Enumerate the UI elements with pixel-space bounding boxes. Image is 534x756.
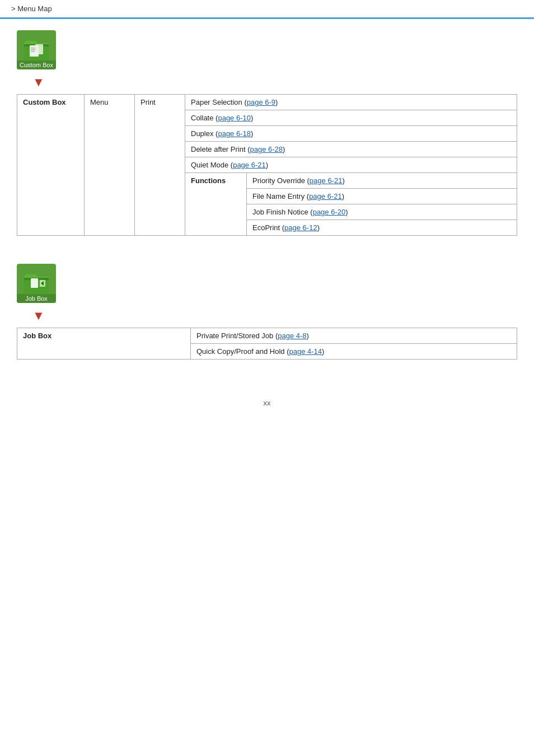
- private-print-row: Private Print/Stored Job (page 4-8): [191, 328, 517, 344]
- priority-override-row: Priority Override (page 6-21): [247, 173, 517, 189]
- duplex-row: Duplex (page 6-18): [185, 126, 517, 142]
- job-table-row-1: Job Box Private Print/Stored Job (page 4…: [17, 328, 517, 344]
- job-finish-notice-row: Job Finish Notice (page 6-20): [247, 204, 517, 220]
- custom-box-main-table: Custom Box Menu Print Paper Selection (p…: [17, 94, 517, 236]
- collate-row: Collate (page 6-10): [185, 110, 517, 126]
- delete-after-print-row: Delete after Print (page 6-28): [185, 142, 517, 157]
- priority-override-link[interactable]: page 6-21: [310, 176, 343, 185]
- functions-label-cell: Functions: [185, 173, 247, 236]
- job-box-arrow: ▼: [32, 309, 517, 323]
- menu-cell: Menu: [85, 95, 135, 236]
- table-row-1: Custom Box Menu Print Paper Selection (p…: [17, 95, 517, 110]
- custom-box-label: Custom Box: [17, 60, 56, 69]
- quick-copy-row: Quick Copy/Proof and Hold (page 4-14): [191, 344, 517, 360]
- job-box-name-cell: Job Box: [17, 328, 191, 360]
- job-box-icon: Job Box: [17, 264, 56, 303]
- paper-selection-row: Paper Selection (page 6-9): [185, 95, 517, 110]
- ecoprint-row: EcoPrint (page 6-12): [247, 220, 517, 236]
- file-name-entry-link[interactable]: page 6-21: [309, 192, 342, 200]
- svg-rect-9: [31, 278, 38, 288]
- delete-after-print-link[interactable]: page 6-28: [250, 145, 283, 153]
- custom-box-arrow: ▼: [32, 75, 517, 90]
- custom-box-name-cell: Custom Box: [17, 95, 85, 236]
- job-box-icon-container: Job Box: [17, 264, 56, 303]
- file-name-entry-row: File Name Entry (page 6-21): [247, 189, 517, 204]
- collate-link[interactable]: page 6-10: [218, 114, 251, 122]
- page-number: xx: [264, 399, 271, 407]
- section-gap-1: [17, 253, 517, 264]
- ecoprint-link[interactable]: page 6-12: [284, 223, 317, 232]
- job-box-table: Job Box Private Print/Stored Job (page 4…: [17, 328, 517, 360]
- svg-rect-5: [31, 51, 35, 52]
- custom-box-icon: Custom Box: [17, 30, 56, 69]
- job-box-label: Job Box: [17, 294, 56, 303]
- page-footer: xx: [0, 388, 534, 418]
- quiet-mode-row: Quiet Mode (page 6-21): [185, 157, 517, 173]
- svg-rect-6: [35, 44, 43, 54]
- breadcrumb: > Menu Map: [0, 0, 534, 19]
- paper-selection-link[interactable]: page 6-9: [247, 98, 275, 106]
- private-print-link[interactable]: page 4-8: [278, 332, 306, 340]
- custom-box-icon-container: Custom Box: [17, 30, 56, 69]
- quick-copy-link[interactable]: page 4-14: [289, 347, 322, 356]
- duplex-link[interactable]: page 6-18: [218, 129, 251, 138]
- quiet-mode-link[interactable]: page 6-21: [233, 161, 266, 169]
- job-finish-notice-link[interactable]: page 6-20: [313, 208, 346, 216]
- print-cell: Print: [135, 95, 185, 236]
